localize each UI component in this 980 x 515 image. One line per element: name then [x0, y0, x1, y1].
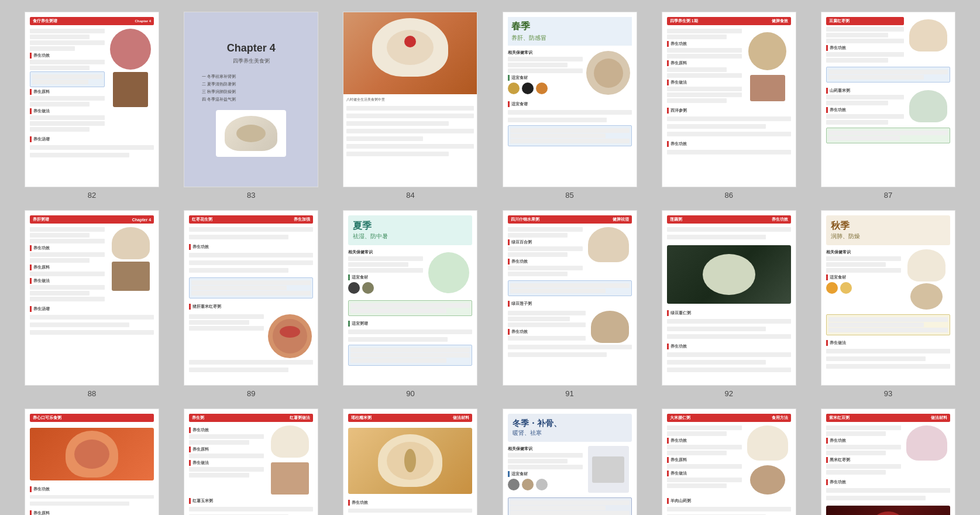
- p88-section3: 养生做法: [30, 278, 105, 284]
- p90-season-header: 夏季 祛湿、防中暑: [348, 215, 472, 245]
- p88-section4: 养生汤谱: [30, 306, 154, 312]
- p90-highlight2: [348, 345, 472, 366]
- p93-season-header: 秋季 润肺、防燥: [826, 215, 950, 245]
- page-85-number: 85: [565, 191, 573, 200]
- page-86-thumb: 四季养生粥 1期 健脾食效 养生功效 养生原料 养生做法: [662, 12, 796, 187]
- page-99-item[interactable]: 紫米红豆粥 做法材料 养生功效 黑米红枣粥: [814, 408, 962, 515]
- p86-section4: 西洋参粥: [667, 108, 791, 114]
- p99-section3: 养生功效: [826, 479, 950, 485]
- page-86-item[interactable]: 四季养生粥 1期 健脾食效 养生功效 养生原料 养生做法: [655, 12, 803, 200]
- page-84-item[interactable]: 八时健全生活美食粥中里 84: [336, 12, 484, 200]
- p85-section2: 适宜食材: [508, 75, 583, 81]
- page-86-number: 86: [725, 191, 733, 200]
- p86-header-sub: 健脾食效: [772, 18, 788, 24]
- p86-header-text: 四季养生粥 1期: [670, 18, 698, 24]
- p98-header-text: 大米腰仁粥: [670, 415, 690, 421]
- p82-section2: 养生原料: [30, 89, 105, 95]
- page-98-thumb: 大米腰仁粥 食用方法 养生功效 养生原料 养生做法: [662, 408, 796, 515]
- p98-section1: 养生功效: [667, 438, 742, 444]
- page-88-number: 88: [88, 389, 96, 398]
- p95-header-text: 养生粥: [192, 415, 204, 421]
- page-92-thumb: 莲藕粥 养生功效 绿豆薏仁粥 养生功效: [662, 210, 796, 386]
- p94-header-text: 养心口可乐食粥: [33, 415, 61, 421]
- p98-section2: 养生原料: [667, 457, 742, 463]
- page-90-thumb: 夏季 祛湿、防中暑 相关保健常识 适宜食材: [343, 210, 477, 386]
- page-93-item[interactable]: 秋季 润肺、防燥 相关保健常识 适宜食材: [814, 210, 962, 398]
- page-97-thumb: 冬季・补骨、 暖肾、祛寒 相关保健常识 适宜食材: [503, 408, 637, 515]
- p91-header-sub: 健脾祛湿: [613, 217, 629, 222]
- page-94-item[interactable]: 养心口可乐食粥 养生功效 养生原料 养生做法 肉桂南瓜粥: [18, 408, 166, 515]
- p93-section1: 相关保健常识: [826, 249, 901, 255]
- p88-header-text: 养肝粥谱: [33, 217, 49, 222]
- page-85-thumb: 春季 养肝、防感冒 相关保健常识 适宜食材: [503, 12, 637, 187]
- page-92-item[interactable]: 莲藕粥 养生功效 绿豆薏仁粥 养生功效 92: [655, 210, 803, 398]
- p82-header-sub: Chapter 4: [135, 19, 151, 23]
- page-83-number: 83: [247, 191, 255, 200]
- p89-section1: 养生功效: [189, 244, 313, 250]
- page-88-item[interactable]: 养肝粥谱 Chapter 4 养生功效 养生原料 养生做法: [18, 210, 166, 398]
- p82-section1: 养生功效: [30, 53, 105, 59]
- page-96-item[interactable]: 瑶柱糯米粥 做法材料 养生功效: [336, 408, 484, 515]
- page-94-thumb: 养心口可乐食粥 养生功效 养生原料 养生做法 肉桂南瓜粥: [25, 408, 159, 515]
- p99-header-sub: 做法材料: [931, 415, 947, 421]
- p92-section1: 绿豆薏仁粥: [667, 310, 791, 316]
- p86-section3: 养生做法: [667, 80, 742, 85]
- p82-header-text: 食疗养生粥谱: [33, 18, 57, 24]
- page-97-item[interactable]: 冬季・补骨、 暖肾、祛寒 相关保健常识 适宜食材: [496, 408, 644, 515]
- p87-section3: 养生功效: [826, 107, 904, 113]
- p93-section3: 养生做法: [826, 340, 950, 346]
- main-container: 食疗养生粥谱 Chapter 4 养生功效: [0, 0, 980, 515]
- p91-highlight: [508, 280, 632, 296]
- page-87-thumb: 豆腐红枣粥 养生功效: [821, 12, 955, 187]
- page-98-item[interactable]: 大米腰仁粥 食用方法 养生功效 养生原料 养生做法: [655, 408, 803, 515]
- p85-season-header: 春季 养肝、防感冒: [508, 17, 632, 46]
- p98-section4: 羊肉山药粥: [667, 498, 791, 504]
- p83-chapter-title: Chapter 4: [227, 42, 276, 54]
- p92-header-text: 莲藕粥: [670, 217, 682, 222]
- p83-bowl-image: [216, 110, 286, 157]
- p87-header-text: 豆腐红枣粥: [829, 18, 850, 24]
- p87-highlight1: [826, 67, 950, 83]
- p94-section2: 养生原料: [30, 510, 154, 515]
- page-87-number: 87: [884, 191, 892, 200]
- p93-section2: 适宜食材: [826, 274, 901, 280]
- page-89-item[interactable]: 红枣花生粥 养生加强 养生功效 猪肝薏米红枣粥: [177, 210, 325, 398]
- page-95-thumb: 养生粥 红薯粥做法 养生功效 养生原料 养生做法: [184, 408, 318, 515]
- p89-section2: 猪肝薏米红枣粥: [189, 304, 313, 310]
- page-85-item[interactable]: 春季 养肝、防感冒 相关保健常识 适宜食材: [496, 12, 644, 200]
- p95-section4: 红薯玉米粥: [189, 498, 313, 504]
- page-82-number: 82: [88, 191, 96, 200]
- p86-section5: 养生功效: [667, 141, 791, 147]
- page-90-item[interactable]: 夏季 祛湿、防中暑 相关保健常识 适宜食材: [336, 210, 484, 398]
- p89-header-text: 红枣花生粥: [192, 217, 212, 222]
- page-93-number: 93: [884, 389, 892, 398]
- page-90-number: 90: [406, 389, 414, 398]
- p99-section2: 黑米红枣粥: [826, 457, 901, 463]
- p97-section1: 相关保健常识: [508, 446, 583, 452]
- p83-chapter-list: 一 冬季祛寒补肾粥 二 夏季清热防暑粥 三 秋季润肺防燥粥 四 冬季温补益气粥: [196, 74, 306, 104]
- p85-highlight: [508, 125, 632, 146]
- page-83-item[interactable]: Chapter 4 四季养生美食粥 一 冬季祛寒补肾粥 二 夏季清热防暑粥 三 …: [177, 12, 325, 200]
- p90-section2: 适宜食材: [348, 274, 423, 280]
- p95-section2: 养生原料: [189, 447, 264, 452]
- p86-section1: 养生功效: [667, 41, 742, 47]
- page-92-number: 92: [725, 389, 733, 398]
- p95-section1: 养生功效: [189, 427, 264, 433]
- p90-section3: 适宜粥谱: [348, 321, 472, 327]
- p98-section3: 养生做法: [667, 471, 742, 476]
- p97-highlight: [508, 497, 632, 515]
- p95-header-sub: 红薯粥做法: [290, 415, 310, 421]
- p91-section3: 绿豆莲子粥: [508, 301, 632, 307]
- p97-season-header: 冬季・补骨、 暖肾、祛寒: [508, 414, 632, 442]
- page-82-item[interactable]: 食疗养生粥谱 Chapter 4 养生功效: [18, 12, 166, 200]
- page-87-item[interactable]: 豆腐红枣粥 养生功效: [814, 12, 962, 200]
- p85-section3: 适宜食谱: [508, 101, 632, 107]
- page-95-item[interactable]: 养生粥 红薯粥做法 养生功效 养生原料 养生做法: [177, 408, 325, 515]
- p88-header-sub: Chapter 4: [132, 218, 151, 222]
- page-91-number: 91: [565, 389, 573, 398]
- page-82-thumb: 食疗养生粥谱 Chapter 4 养生功效: [25, 12, 159, 187]
- page-89-thumb: 红枣花生粥 养生加强 养生功效 猪肝薏米红枣粥: [184, 210, 318, 386]
- page-91-item[interactable]: 四川什锦水果粥 健脾祛湿 绿豆百合粥 养生功效: [496, 210, 644, 398]
- p90-highlight1: [348, 300, 472, 316]
- p85-section1: 相关保健常识: [508, 50, 583, 56]
